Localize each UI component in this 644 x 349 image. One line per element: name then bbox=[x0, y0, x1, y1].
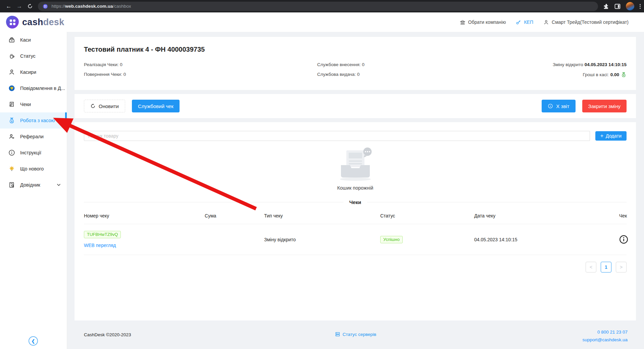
page-title: Тестовий платник 4 - ФН 4000039735 bbox=[84, 46, 627, 53]
empty-cart-illustration bbox=[335, 147, 376, 182]
receipts-table: Номер чеку Сума Тип чеку Статус Дата чек… bbox=[84, 208, 627, 255]
sidebar-item-robota-z-kasoiu[interactable]: $ Робота з касою bbox=[0, 112, 67, 129]
plus-icon: + bbox=[600, 133, 603, 139]
sidebar-item-kasyry[interactable]: Касири bbox=[0, 64, 67, 80]
person-icon bbox=[543, 19, 549, 25]
stat-service-in: Службове внесення: 0 bbox=[317, 62, 553, 67]
kep-button[interactable]: КЕП bbox=[516, 19, 533, 25]
column-header-number: Номер чеку bbox=[84, 213, 205, 218]
server-icon bbox=[335, 332, 340, 337]
svg-text:$: $ bbox=[623, 74, 624, 77]
stat-service-out: Службова видача: 0 bbox=[317, 72, 553, 77]
user-name-label: Смарт Трейд(Тестовий сертифікат) bbox=[552, 19, 629, 25]
support-phone[interactable]: 0 800 21 23 07 bbox=[582, 328, 628, 336]
money-bag-green-icon: $ bbox=[621, 72, 627, 78]
x-report-button[interactable]: X звіт bbox=[542, 100, 575, 112]
receipt-number-badge[interactable]: TUFBHwTZ9vQ bbox=[84, 231, 121, 238]
app-header: cashdesk Обрати компанію КЕП bbox=[0, 12, 644, 32]
sidebar-item-cheky[interactable]: Чеки bbox=[0, 96, 67, 112]
sidebar-item-referaly[interactable]: Реферали bbox=[0, 129, 67, 145]
sidebar-item-povidomlennia[interactable]: Ψ Повідомлення в Д... bbox=[0, 80, 67, 96]
table-header-row: Номер чеку Сума Тип чеку Статус Дата чек… bbox=[84, 208, 627, 224]
sidebar-item-label: Касири bbox=[20, 69, 36, 75]
shift-stats: Реалізація Чеки: 0 Повернення Чеки: 0 Сл… bbox=[84, 62, 627, 78]
dps-trident-icon: Ψ bbox=[8, 85, 15, 92]
service-check-button[interactable]: Службовий чек bbox=[132, 100, 180, 112]
table-row: TUFBHwTZ9vQ WEB перегляд Зміну відкрито … bbox=[84, 224, 627, 255]
choose-company-button[interactable]: Обрати компанію bbox=[460, 19, 506, 25]
cashiers-icon bbox=[8, 69, 15, 76]
receipts-section-divider: Чеки bbox=[84, 199, 627, 205]
cell-type: Зміну відкрито bbox=[264, 237, 380, 242]
stat-realization: Реалізація Чеки: 0 bbox=[84, 62, 317, 67]
cashdesk-logo[interactable]: cashdesk bbox=[6, 16, 64, 29]
server-status-label: Статус серверів bbox=[343, 332, 376, 337]
pagination: < 1 > bbox=[84, 262, 627, 272]
refresh-label: Оновити bbox=[99, 103, 119, 109]
pagination-next-button[interactable]: > bbox=[616, 262, 627, 272]
kep-label: КЕП bbox=[524, 19, 533, 25]
sidebar-collapse-button[interactable]: ❮ bbox=[29, 336, 38, 346]
browser-profile-avatar[interactable] bbox=[626, 2, 634, 10]
logo-text: cashdesk bbox=[22, 17, 64, 28]
sidebar: Каси Статус Касири Ψ Повідомлення в Д... bbox=[0, 32, 67, 349]
main-content: Тестовий платник 4 - ФН 4000039735 Реалі… bbox=[67, 32, 644, 349]
sidebar-item-dovidnyk[interactable]: Довідник bbox=[0, 177, 67, 193]
column-header-date: Дата чеку bbox=[474, 213, 619, 218]
sidebar-item-shcho-novoho[interactable]: Що нового bbox=[0, 161, 67, 177]
user-account-button[interactable]: Смарт Трейд(Тестовий сертифікат) bbox=[543, 19, 629, 25]
refresh-icon bbox=[90, 103, 96, 109]
info-circle-icon bbox=[548, 103, 553, 109]
cell-status: Успішно bbox=[380, 236, 474, 243]
stats-column-service: Службове внесення: 0 Службова видача: 0 bbox=[317, 62, 553, 78]
bank-icon bbox=[460, 19, 465, 25]
sidebar-item-status[interactable]: Статус bbox=[0, 48, 67, 64]
browser-menu-icon[interactable] bbox=[640, 4, 641, 9]
receipt-info-icon[interactable] bbox=[619, 235, 628, 244]
stats-column-sales: Реалізація Чеки: 0 Повернення Чеки: 0 bbox=[84, 62, 317, 78]
browser-reload-icon[interactable] bbox=[25, 2, 36, 11]
sidebar-item-instruktsii[interactable]: Інструкції bbox=[0, 145, 67, 161]
site-favicon bbox=[43, 4, 48, 9]
logo-blob-icon bbox=[6, 16, 19, 29]
browser-forward-icon[interactable]: → bbox=[14, 2, 25, 11]
side-panel-icon[interactable] bbox=[614, 3, 621, 9]
search-row: + Додати bbox=[84, 131, 627, 141]
close-shift-button[interactable]: Закрити зміну bbox=[582, 100, 627, 112]
pagination-prev-button[interactable]: < bbox=[586, 262, 596, 272]
stat-cash-in-till: Гроші в касі: 0.00 $ bbox=[553, 72, 627, 78]
referrals-icon bbox=[8, 133, 15, 140]
toolbar-card: Оновити Службовий чек X звіт Закрити змі… bbox=[75, 94, 636, 118]
pagination-page-1[interactable]: 1 bbox=[601, 262, 611, 272]
refresh-button[interactable]: Оновити bbox=[84, 100, 125, 112]
add-product-button[interactable]: + Додати bbox=[595, 131, 627, 141]
extensions-puzzle-icon[interactable] bbox=[603, 3, 609, 9]
address-bar[interactable]: https://web.cashdesk.com.ua/cashbox bbox=[38, 2, 598, 11]
product-search-input[interactable] bbox=[84, 131, 590, 141]
key-icon bbox=[516, 19, 521, 25]
money-bag-icon: $ bbox=[8, 117, 15, 124]
choose-company-label: Обрати компанію bbox=[468, 19, 506, 25]
browser-back-icon[interactable]: ← bbox=[3, 2, 14, 11]
sidebar-item-kasy[interactable]: Каси bbox=[0, 32, 67, 48]
sidebar-item-label: Що нового bbox=[20, 166, 44, 171]
service-check-label: Службовий чек bbox=[138, 103, 174, 109]
column-header-status: Статус bbox=[380, 213, 474, 218]
cash-register-icon bbox=[8, 37, 15, 43]
info-circle-icon bbox=[8, 149, 15, 156]
column-header-check: Чек bbox=[619, 213, 628, 218]
stat-returns: Повернення Чеки: 0 bbox=[84, 72, 317, 77]
column-header-type: Тип чеку bbox=[264, 213, 380, 218]
support-email[interactable]: support@cashdesk.ua bbox=[582, 336, 628, 344]
screen: ← → https://web.cashdesk.com.ua/cashbox bbox=[0, 0, 644, 349]
sidebar-item-label: Довідник bbox=[20, 182, 40, 188]
column-header-sum: Сума bbox=[205, 213, 264, 218]
sidebar-item-label: Робота з касою bbox=[20, 118, 55, 123]
web-view-link[interactable]: WEB перегляд bbox=[84, 243, 116, 248]
cell-date: 04.05.2023 14:10:15 bbox=[474, 237, 619, 242]
cell-check bbox=[619, 235, 629, 244]
sidebar-item-label: Реферали bbox=[20, 134, 44, 139]
server-status-link[interactable]: Статус серверів bbox=[335, 332, 376, 337]
url-text: https://web.cashdesk.com.ua/cashbox bbox=[51, 4, 131, 9]
receipts-icon bbox=[8, 101, 15, 108]
